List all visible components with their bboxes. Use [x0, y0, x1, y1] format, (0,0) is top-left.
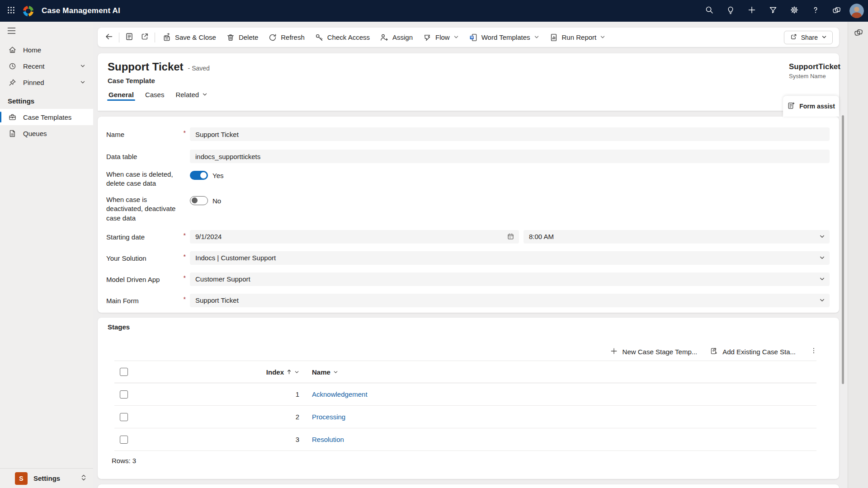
name-field[interactable]: Support Ticket [190, 127, 830, 141]
left-navigation-sidebar: Home Recent Pinned Settings Case Templat… [0, 22, 93, 488]
settings-button[interactable] [783, 0, 805, 22]
run-report-button[interactable]: Run Report [544, 30, 611, 45]
column-header-name[interactable]: Name [312, 368, 338, 376]
chevron-down-icon[interactable] [80, 79, 85, 86]
entity-type-label: Case Template [108, 77, 155, 84]
row-checkbox[interactable] [120, 436, 128, 444]
collapse-sidebar-button[interactable] [0, 22, 93, 42]
vertical-scrollbar[interactable] [842, 115, 844, 384]
filter-icon [769, 5, 778, 16]
main-form-dropdown[interactable]: Support Ticket [190, 294, 830, 307]
button-label: Add Existing Case Sta... [722, 348, 796, 356]
share-icon [790, 33, 797, 42]
model-driven-app-dropdown[interactable]: Customer Support [190, 272, 830, 286]
show-record-set-button[interactable] [122, 30, 137, 45]
sidebar-item-queues[interactable]: Queues [0, 125, 93, 141]
svg-text:W: W [470, 36, 473, 39]
delete-case-data-toggle[interactable] [190, 171, 208, 180]
stage-name-link[interactable]: Processing [312, 413, 345, 421]
system-name-value: SupportTicket [789, 62, 840, 71]
user-avatar[interactable] [849, 4, 864, 18]
table-row[interactable]: 3 Resolution [114, 428, 816, 451]
suggestions-button[interactable] [720, 0, 741, 22]
save-and-close-button[interactable]: Save & Close [157, 30, 221, 45]
command-bar: Save & Close Delete Refresh Check Access [98, 28, 839, 47]
table-row[interactable]: 1 Acknowledgement [114, 383, 816, 406]
chevron-up-down-icon[interactable] [80, 474, 87, 483]
add-existing-case-stage-button[interactable]: Add Existing Case Sta... [705, 344, 800, 359]
word-templates-button[interactable]: W Word Templates [464, 30, 544, 45]
home-icon [8, 46, 17, 54]
chevron-down-icon [819, 255, 825, 261]
sidebar-item-case-templates[interactable]: Case Templates [0, 109, 93, 125]
column-label: Name [312, 368, 330, 376]
create-new-button[interactable] [741, 0, 762, 22]
help-button[interactable] [805, 0, 826, 22]
app-logo-icon [23, 6, 33, 16]
main-content-area: Save & Close Delete Refresh Check Access [93, 22, 868, 488]
more-commands-button[interactable] [807, 344, 821, 359]
chevron-down-icon [821, 34, 827, 41]
field-label: Your Solution [106, 254, 184, 263]
calendar-icon[interactable] [507, 233, 514, 240]
starting-time-dropdown[interactable]: 8:00 AM [524, 230, 830, 244]
app-launcher-button[interactable] [0, 0, 22, 22]
report-icon [549, 33, 558, 42]
deactivate-case-data-toggle[interactable] [190, 196, 208, 205]
tab-cases[interactable]: Cases [144, 91, 165, 105]
select-all-checkbox[interactable] [120, 368, 128, 376]
search-icon [705, 5, 714, 16]
check-access-button[interactable]: Check Access [310, 30, 375, 45]
stage-name-link[interactable]: Resolution [312, 436, 344, 443]
refresh-button[interactable]: Refresh [263, 30, 310, 45]
vertical-ellipsis-icon [810, 347, 817, 356]
your-solution-dropdown[interactable]: Indocs | Customer Support [190, 251, 830, 265]
sidebar-item-recent[interactable]: Recent [0, 58, 93, 74]
search-button[interactable] [698, 0, 720, 22]
data-table-field[interactable]: indocs_supporttickets [190, 150, 830, 163]
field-label: When case is deactivated, deactivate cas… [106, 195, 184, 223]
column-header-index[interactable]: Index [133, 368, 299, 376]
area-switcher[interactable]: S Settings [0, 468, 93, 488]
tab-general[interactable]: General [108, 91, 135, 105]
tab-label: Related [175, 91, 199, 99]
starting-date-input[interactable]: 9/1/2024 [190, 230, 519, 244]
app-title: Case Management AI [42, 6, 120, 15]
row-checkbox[interactable] [120, 413, 128, 421]
pin-icon [8, 78, 17, 87]
field-row-starting-date: Starting date * 9/1/2024 8:00 AM [106, 230, 830, 244]
clock-icon [8, 62, 17, 70]
new-case-stage-button[interactable]: New Case Stage Temp... [605, 344, 702, 359]
table-row[interactable]: 2 Processing [114, 406, 816, 428]
back-button[interactable] [101, 30, 117, 45]
sidebar-item-pinned[interactable]: Pinned [0, 74, 93, 90]
flow-button[interactable]: Flow [418, 30, 464, 45]
assign-button[interactable]: Assign [375, 30, 418, 45]
feedback-button[interactable] [826, 0, 847, 22]
next-section-card [98, 484, 839, 488]
stage-name-link[interactable]: Acknowledgement [312, 390, 368, 398]
form-assist-button[interactable]: Form assist [783, 96, 839, 117]
field-row-deactivate-toggle: When case is deactivated, deactivate cas… [106, 195, 830, 223]
sidebar-item-label: Recent [23, 62, 45, 70]
row-checkbox[interactable] [120, 390, 128, 399]
required-asterisk: * [184, 129, 186, 136]
share-button[interactable]: Share [784, 31, 833, 44]
tab-related[interactable]: Related [175, 91, 208, 105]
chevron-down-icon[interactable] [80, 62, 85, 70]
button-label: Word Templates [481, 33, 530, 41]
button-label: Refresh [281, 33, 305, 41]
chevron-down-icon[interactable] [294, 368, 299, 376]
record-title: Support Ticket [108, 61, 184, 73]
delete-button[interactable]: Delete [221, 30, 263, 45]
hamburger-icon [7, 27, 16, 36]
plus-icon [747, 5, 756, 16]
sidebar-item-label: Case Templates [23, 113, 71, 121]
field-label: Starting date [106, 233, 184, 242]
open-in-new-window-button[interactable] [137, 30, 152, 45]
field-label: When case is deleted, delete case data [106, 170, 184, 188]
copilot-panel-button[interactable] [848, 22, 868, 45]
sidebar-item-home[interactable]: Home [0, 42, 93, 58]
filter-button[interactable] [762, 0, 783, 22]
chevron-down-icon[interactable] [333, 368, 338, 376]
